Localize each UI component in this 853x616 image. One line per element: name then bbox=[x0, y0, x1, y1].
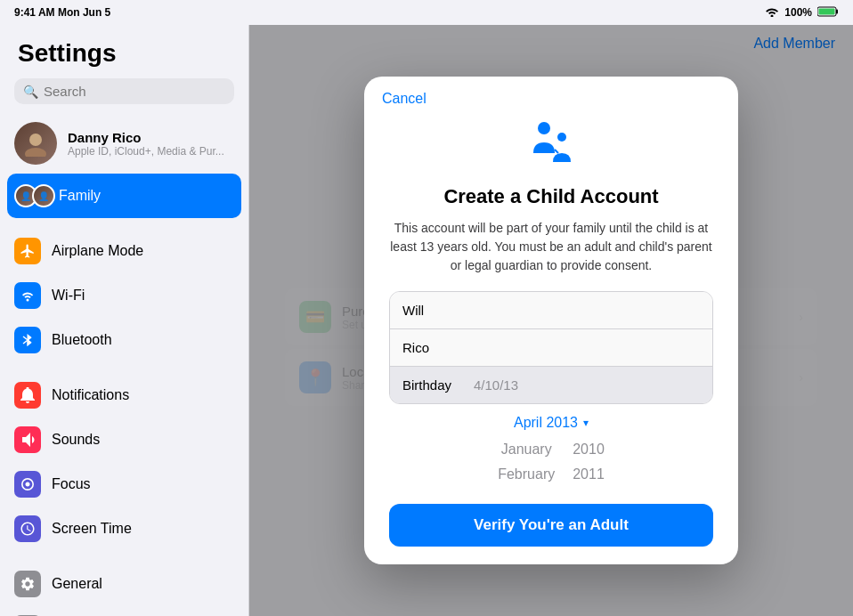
sidebar-item-focus-label: Focus bbox=[52, 476, 91, 492]
sidebar-item-wifi-label: Wi-Fi bbox=[52, 288, 85, 304]
birthday-label: Birthday bbox=[402, 377, 474, 393]
sidebar-item-family[interactable]: 👤 👤 Family bbox=[7, 174, 241, 218]
picker-year-2010: 2010 bbox=[573, 438, 605, 461]
firstname-input[interactable] bbox=[402, 303, 700, 318]
sidebar-item-screentime[interactable]: Screen Time bbox=[0, 507, 248, 551]
sidebar-item-screentime-label: Screen Time bbox=[52, 521, 132, 537]
sounds-icon bbox=[14, 426, 41, 453]
svg-rect-1 bbox=[836, 9, 838, 13]
month-picker-col[interactable]: January February bbox=[498, 438, 555, 491]
svg-marker-6 bbox=[28, 339, 32, 346]
name-form-group: Birthday 4/10/13 bbox=[389, 291, 713, 404]
profile-name: Danny Rico bbox=[68, 130, 224, 145]
svg-point-12 bbox=[557, 133, 566, 142]
airplane-icon bbox=[14, 238, 41, 264]
focus-icon bbox=[14, 471, 41, 498]
svg-point-3 bbox=[29, 134, 42, 146]
status-right: 100% bbox=[765, 6, 839, 20]
family-avatar-2: 👤 bbox=[32, 184, 55, 207]
sidebar-item-notifications-label: Notifications bbox=[52, 387, 129, 403]
modal-body: Create a Child Account This account will… bbox=[364, 110, 738, 564]
picker-month-january: January bbox=[501, 438, 552, 461]
year-picker-col[interactable]: 2010 2011 bbox=[573, 438, 605, 491]
svg-rect-2 bbox=[819, 8, 835, 14]
create-child-modal: Cancel Create a Child A bbox=[364, 77, 738, 564]
bluetooth-icon bbox=[14, 327, 41, 353]
date-picker[interactable]: January February 2010 2011 bbox=[389, 438, 713, 491]
profile-row[interactable]: Danny Rico Apple ID, iCloud+, Media & Pu… bbox=[0, 113, 248, 174]
profile-info: Danny Rico Apple ID, iCloud+, Media & Pu… bbox=[68, 130, 224, 158]
status-bar: 9:41 AM Mon Jun 5 100% bbox=[0, 0, 853, 25]
cancel-button[interactable]: Cancel bbox=[382, 91, 426, 107]
sidebar-item-general-label: General bbox=[52, 576, 102, 592]
picker-month-february: February bbox=[498, 463, 555, 486]
sidebar-item-family-label: Family bbox=[59, 188, 101, 204]
modal-title: Create a Child Account bbox=[389, 185, 713, 208]
modal-header: Cancel bbox=[364, 77, 738, 110]
verify-button[interactable]: Verify You're an Adult bbox=[389, 504, 713, 547]
screentime-icon bbox=[14, 515, 41, 542]
search-input[interactable] bbox=[44, 84, 225, 99]
month-selector[interactable]: April 2013 ▾ bbox=[389, 415, 713, 431]
svg-point-11 bbox=[538, 122, 550, 134]
content-area: Add Member 💳 Purchase Sharing Set up Pur… bbox=[249, 25, 853, 616]
lastname-input[interactable] bbox=[402, 340, 700, 355]
svg-line-13 bbox=[555, 150, 558, 153]
firstname-field[interactable] bbox=[390, 292, 712, 329]
month-chevron-icon: ▾ bbox=[583, 417, 589, 429]
notifications-icon bbox=[14, 382, 41, 409]
search-icon: 🔍 bbox=[23, 85, 38, 99]
birthday-value: 4/10/13 bbox=[474, 377, 700, 393]
sidebar-item-general[interactable]: General bbox=[0, 562, 248, 606]
general-icon bbox=[14, 571, 41, 597]
sidebar-item-airplane[interactable]: Airplane Mode bbox=[0, 229, 248, 273]
svg-point-4 bbox=[25, 148, 46, 157]
sidebar-item-controlcenter[interactable]: Control Center bbox=[0, 606, 248, 616]
sidebar-item-notifications[interactable]: Notifications bbox=[0, 373, 248, 417]
lastname-field[interactable] bbox=[390, 329, 712, 367]
family-icon: 👤 👤 bbox=[21, 182, 48, 209]
month-label: April 2013 bbox=[514, 415, 578, 431]
modal-description: This account will be part of your family… bbox=[389, 219, 713, 275]
sidebar-item-focus[interactable]: Focus bbox=[0, 462, 248, 507]
battery-label: 100% bbox=[784, 6, 812, 19]
sidebar-search[interactable]: 🔍 bbox=[14, 78, 234, 104]
sidebar-item-bluetooth[interactable]: Bluetooth bbox=[0, 318, 248, 362]
avatar bbox=[14, 122, 57, 165]
sidebar-item-sounds[interactable]: Sounds bbox=[0, 417, 248, 462]
modal-family-icon bbox=[389, 118, 713, 174]
sidebar: Settings 🔍 Danny Rico Apple ID, iCloud+,… bbox=[0, 25, 249, 616]
battery-icon bbox=[817, 6, 839, 20]
wifi-icon bbox=[765, 6, 779, 20]
picker-year-2011: 2011 bbox=[573, 463, 605, 486]
wifi-settings-icon bbox=[14, 282, 41, 309]
sidebar-item-airplane-label: Airplane Mode bbox=[52, 243, 143, 259]
sidebar-title: Settings bbox=[0, 25, 248, 75]
birthday-field[interactable]: Birthday 4/10/13 bbox=[390, 367, 712, 403]
status-time: 9:41 AM Mon Jun 5 bbox=[14, 6, 110, 19]
sidebar-item-bluetooth-label: Bluetooth bbox=[52, 332, 112, 348]
sidebar-item-sounds-label: Sounds bbox=[52, 432, 100, 448]
profile-sub: Apple ID, iCloud+, Media & Pur... bbox=[68, 145, 224, 158]
sidebar-item-wifi[interactable]: Wi-Fi bbox=[0, 273, 248, 318]
main-layout: Settings 🔍 Danny Rico Apple ID, iCloud+,… bbox=[0, 25, 853, 616]
